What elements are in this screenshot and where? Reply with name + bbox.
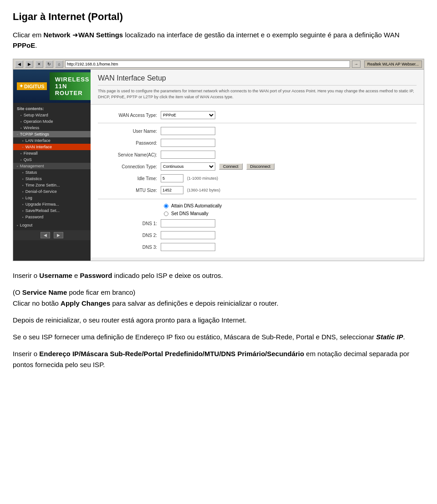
router-header: ✦ DIGITUS WIRELESS 11N ROUTER: [13, 70, 91, 103]
sidebar-item-setup-wizard[interactable]: Setup Wizard: [13, 112, 91, 118]
sidebar-item-upgrade[interactable]: Upgrade Firmwa...: [13, 201, 91, 207]
browser-tab[interactable]: Realtek WLAN AP Webser...: [364, 60, 422, 68]
sidebar-item-wireless[interactable]: Wireless: [13, 125, 91, 131]
dns2-input[interactable]: [161, 231, 215, 239]
set-dns-label: Set DNS Manually: [171, 211, 208, 216]
intro-bold1: Network: [44, 31, 71, 39]
idle-time-hint: (1-1000 minutes): [187, 176, 218, 181]
sidebar-item-wan-interface[interactable]: WAN Interface: [13, 144, 91, 150]
idle-time-label: Idle Time:: [98, 176, 157, 181]
para-username-password: Inserir o Username e Password indicado p…: [13, 270, 424, 281]
sidebar-scroll-controls: ◀ ▶: [13, 230, 91, 240]
home-button[interactable]: ⌂: [55, 60, 63, 68]
connection-type-row: Connection Type: Continuous Connect Disc…: [98, 161, 417, 172]
intro-arrow: ➜: [72, 31, 78, 39]
scroll-left-btn[interactable]: ◀: [41, 232, 50, 238]
password-label: Password:: [98, 141, 157, 146]
logo-text: DIGITUS: [24, 84, 45, 89]
router-screenshot: ◀ ▶ ✕ ↻ ⌂ http://192.168.0.1/home.htm → …: [13, 59, 424, 261]
router-main: WAN Interface Setup This page is used to…: [91, 70, 424, 261]
para2-mid: pode ficar em branco): [67, 288, 135, 296]
user-name-row: User Name:: [98, 125, 417, 137]
page-title: Ligar à Internet (Portal): [13, 11, 424, 23]
idle-time-input[interactable]: [161, 174, 183, 182]
logo-symbol: ✦: [19, 83, 23, 89]
dns2-row: DNS 2:: [98, 229, 417, 241]
dns3-input[interactable]: [161, 243, 215, 251]
para3-text: Depois de reinicializar, o seu router es…: [13, 316, 247, 324]
para1-bold2: Password: [80, 272, 112, 279]
dns1-input[interactable]: [161, 219, 215, 227]
para4-end: .: [403, 333, 405, 341]
mtu-size-label: MTU Size:: [98, 188, 157, 193]
sidebar-item-qos[interactable]: QoS: [13, 156, 91, 163]
connection-type-label: Connection Type:: [98, 164, 157, 169]
go-button[interactable]: →: [352, 60, 361, 68]
disconnect-button[interactable]: Disconnect: [246, 163, 275, 170]
attain-dns-row: Attain DNS Automatically: [98, 202, 417, 210]
connect-button[interactable]: Connect: [219, 163, 243, 170]
dns1-label: DNS 1:: [98, 221, 157, 226]
mtu-size-input[interactable]: [161, 186, 183, 194]
stop-button[interactable]: ✕: [35, 60, 43, 68]
para2-bold2: Apply Changes: [61, 299, 110, 307]
sidebar-item-firewall[interactable]: Firewall: [13, 150, 91, 156]
router-body: ✦ DIGITUS WIRELESS 11N ROUTER Site conte…: [13, 70, 424, 261]
intro-text1: Clicar em: [13, 31, 44, 39]
intro-bold2: WAN Settings: [78, 31, 123, 39]
para5-start: Inserir o: [13, 350, 39, 358]
mtu-size-hint: (1360-1492 bytes): [187, 188, 220, 192]
sidebar-item-tcpip[interactable]: TCP/IP Settings: [13, 131, 91, 137]
attain-dns-radio[interactable]: [164, 204, 168, 208]
sidebar-item-save-reload[interactable]: Save/Reload Set...: [13, 207, 91, 214]
service-name-row: Service Name(AC):: [98, 149, 417, 161]
connection-type-select[interactable]: Continuous: [161, 162, 215, 171]
wan-form: WAN Access Type: PPPoE User Name: Passwo…: [91, 105, 424, 257]
wan-access-type-select[interactable]: PPPoE: [161, 111, 215, 119]
intro-bold3: PPPoE: [13, 41, 35, 49]
sidebar-item-operation-mode[interactable]: Operation Mode: [13, 118, 91, 125]
para2-cont: Clicar no botão: [13, 299, 61, 307]
set-dns-row: Set DNS Manually: [98, 210, 417, 217]
para1-bold1: Username: [39, 272, 72, 279]
password-input[interactable]: [161, 139, 215, 147]
para1-mid: e: [72, 272, 80, 279]
router-sidebar: ✦ DIGITUS WIRELESS 11N ROUTER Site conte…: [13, 70, 91, 261]
router-title: WIRELESS 11N ROUTER: [50, 72, 95, 100]
user-name-label: User Name:: [98, 129, 157, 134]
sidebar-item-timezone[interactable]: Time Zone Settin...: [13, 182, 91, 188]
user-name-input[interactable]: [161, 127, 215, 135]
content-section: Inserir o Username e Password indicado p…: [13, 270, 424, 370]
service-name-input[interactable]: [161, 151, 215, 159]
sidebar-item-status[interactable]: Status: [13, 169, 91, 176]
attain-dns-label: Attain DNS Automatically: [171, 203, 222, 208]
wan-setup-title: WAN Interface Setup: [98, 74, 417, 82]
scroll-right-btn[interactable]: ▶: [54, 232, 63, 238]
para2-start: (O: [13, 288, 22, 296]
sidebar-item-statistics[interactable]: Statistics: [13, 176, 91, 182]
sidebar-nav: Site contents: Setup Wizard Operation Mo…: [13, 103, 91, 230]
sidebar-item-dos[interactable]: Denial-of-Service: [13, 188, 91, 195]
sidebar-item-log[interactable]: Log: [13, 195, 91, 201]
para5-bold1: Endereço IP/Máscara Sub-Rede/Portal Pred…: [39, 350, 304, 358]
forward-button[interactable]: ▶: [25, 60, 33, 68]
sidebar-item-password[interactable]: Password: [13, 214, 91, 220]
digitus-logo: ✦ DIGITUS: [17, 82, 47, 90]
mtu-size-row: MTU Size: (1360-1492 bytes): [98, 184, 417, 196]
set-dns-radio[interactable]: [164, 212, 168, 216]
sidebar-item-management[interactable]: Management: [13, 163, 91, 169]
dns3-label: DNS 3:: [98, 245, 157, 250]
sidebar-item-lan-interface[interactable]: LAN Interface: [13, 137, 91, 144]
para4-start: Se o seu ISP fornecer uma definição de E…: [13, 333, 376, 341]
intro-text3: .: [35, 41, 37, 49]
back-button[interactable]: ◀: [15, 60, 23, 68]
para4-italic: Static IP: [376, 333, 403, 341]
address-bar[interactable]: http://192.168.0.1/home.htm: [65, 60, 350, 68]
intro-text2: localizado na interface de gestão da int…: [123, 31, 399, 39]
sidebar-item-logout[interactable]: Logout: [13, 222, 91, 228]
refresh-button[interactable]: ↻: [45, 60, 53, 68]
idle-time-row: Idle Time: (1-1000 minutes): [98, 172, 417, 184]
dns1-row: DNS 1:: [98, 217, 417, 229]
wan-setup-desc: This page is used to configure the param…: [98, 85, 417, 100]
sidebar-label: Site contents:: [13, 105, 91, 112]
